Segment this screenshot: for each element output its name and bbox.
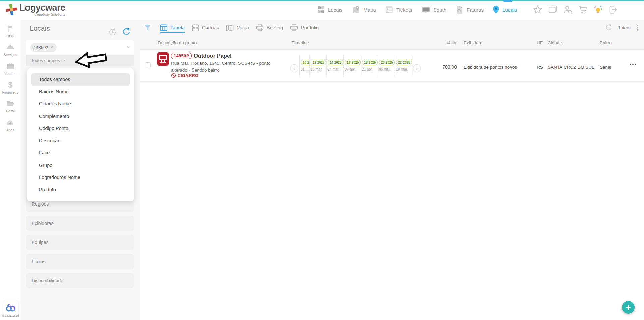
search-clear-icon[interactable]: × [127,44,130,51]
annotation-arrow [75,50,107,69]
dropdown-option-logradouros-nome[interactable]: Logradouros Nome [31,171,130,184]
filter-section-disponibilidade[interactable]: Disponibilidade [26,273,134,288]
tab-label: Mapa [237,25,249,30]
tab-cartoes[interactable]: Cartões [192,24,219,32]
timeline-next-icon[interactable]: › [413,64,421,72]
top-nav-item-faturas[interactable]: $ Faturas [455,5,484,14]
timeline-period: 16-2025 07 abr. [343,55,361,77]
dropdown-option-descricao[interactable]: Descrição [31,135,130,147]
top-nav-item-mapa[interactable]: Mapa [352,5,376,14]
toolbar-right: 1 item [604,21,639,34]
dropdown-option-face[interactable]: Face [31,147,130,159]
star-icon[interactable] [533,5,543,15]
dropdown-option-cidades-nome[interactable]: Cidades Nome [31,98,130,110]
timeline-period-chip[interactable]: 12-2025 [311,60,326,65]
rail-label: Geral [6,109,15,113]
tab-mapa[interactable]: Mapa [226,24,249,32]
rail-item-geral[interactable]: Geral [6,99,15,113]
section-label: Fluxos [32,259,45,264]
timeline-period-chip[interactable]: 16-2025 [345,60,361,65]
top-nav-item-south[interactable]: South [421,6,446,14]
folders-icon[interactable] [548,5,558,15]
top-nav-item-locais-grid[interactable]: Locais [317,6,342,14]
col-header-uf: UF [537,40,543,45]
tab-label: Portfólio [301,25,319,30]
timeline-period-date: 19 mai. [396,67,408,71]
timeline-period-date: 01 ... [301,67,308,71]
rail-item-vendas[interactable]: Vendas [4,62,16,76]
table-icon [160,24,168,32]
cloud-plus-icon [6,118,15,127]
hardhat-icon [6,43,15,52]
rail-item-ooh[interactable]: OOH [6,24,14,38]
cards-icon [192,24,199,32]
folder-icon [6,99,15,108]
tab-portfolio[interactable]: Portfólio [290,24,319,32]
rail-label: Apps [6,128,14,132]
timeline-period-chip[interactable]: 22-2025 [396,60,412,65]
point-address: Rua Mal. Floriano, 1345, Centro, SCS-RS … [171,60,276,74]
filter-funnel-icon[interactable] [144,24,152,32]
printer-icon [256,24,264,32]
tab-briefing[interactable]: Briefing [256,24,283,32]
timeline-period-chip[interactable]: 20-2025 [379,60,395,65]
user-search-icon[interactable] [563,5,573,15]
rail-item-servicos[interactable]: Serviços [4,43,17,57]
timeline-period-chip[interactable]: 10-2025 [301,60,309,65]
section-label: Equipes [32,240,49,245]
logout-icon[interactable] [608,5,618,15]
tag-label: CIGARRO [178,73,198,78]
top-nav-item-locais-active[interactable]: Locais [493,5,517,14]
point-title[interactable]: Outdoor Papel [194,53,232,59]
history-icon[interactable] [108,28,117,37]
top-nav-label: Locais [328,7,342,13]
refresh-icon[interactable] [121,27,131,37]
add-fab[interactable]: + [622,301,635,314]
dropdown-option-produto[interactable]: Produto [31,184,130,196]
filter-section-equipes[interactable]: Equipes [26,235,134,250]
dropdown-option-complemento[interactable]: Complemento [31,110,130,123]
timeline-period: 18-2025 21 abr. [361,55,378,77]
top-accent-line [0,0,644,1]
app-version: 5.0321.162d [0,314,21,317]
search-term-chip[interactable]: 148502 × [30,43,57,52]
kebab-menu-icon[interactable] [635,23,639,32]
timeline-period-date: 21 abr. [362,67,373,71]
dropdown-option-todos-campos[interactable]: Todos campos [31,73,130,86]
top-nav-label: Locais [502,7,517,13]
filter-section-fluxos[interactable]: Fluxos [26,254,134,269]
col-header-exibidora: Exibidora [464,40,482,45]
row-checkbox[interactable] [145,62,151,68]
section-label: Regiões [32,201,49,207]
row-actions-icon[interactable] [630,64,636,65]
chip-remove-icon[interactable]: × [50,45,53,50]
top-nav-label: Tickets [396,7,412,13]
timeline-period-chip[interactable]: 14-2025 [328,60,343,65]
col-header-bairro: Bairro [600,40,612,45]
dropdown-option-codigo-ponto[interactable]: Código Ponto [31,122,130,135]
timeline: ‹ 10-2025 01 ... 12-2025 10 mar. 14-2025… [290,55,421,77]
col-header-descricao: Descrição do ponto [158,40,197,45]
reload-results-icon[interactable] [604,23,613,32]
chevron-down-icon [63,60,66,61]
timeline-period-date: 24 mar. [328,67,339,71]
footer-logo-card [3,300,18,316]
app-screen: Logycware Credibility Solutions Locais [0,0,644,320]
invoice-icon: $ [455,5,464,14]
cart-icon[interactable] [578,5,588,15]
field-dropdown: Todos campos Bairros Nome Cidades Nome C… [27,68,134,201]
active-nav-indicator [503,0,513,2]
rail-item-apps[interactable]: Apps [6,118,15,132]
table-row: 148502 Outdoor Papel Rua Mal. Floriano, … [140,50,644,82]
top-nav-label: Faturas [467,7,484,13]
timeline-prev-icon[interactable]: ‹ [290,64,298,72]
idea-icon[interactable] [593,5,603,15]
rail-label: Serviços [4,53,17,57]
rail-item-financeiro[interactable]: $ Financeiro [2,81,18,94]
dropdown-option-bairros-nome[interactable]: Bairros Nome [31,86,130,98]
filter-section-exibidoras[interactable]: Exibidoras [26,216,134,231]
timeline-period-chip[interactable]: 18-2025 [362,60,378,65]
dropdown-option-grupo[interactable]: Grupo [31,159,130,172]
top-nav-item-tickets[interactable]: Tickets [385,6,412,14]
tab-tabela[interactable]: Tabela [160,24,185,32]
